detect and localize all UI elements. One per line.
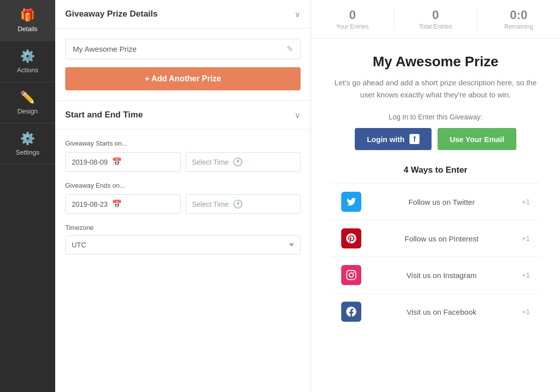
facebook-icon: f xyxy=(409,134,419,144)
entry-item-twitter[interactable]: Follow us on Twitter +1 xyxy=(331,183,540,220)
sidebar-item-settings[interactable]: ⚙️ Settings xyxy=(0,123,55,165)
add-prize-button[interactable]: + Add Another Prize xyxy=(65,67,301,90)
your-entries-value: 0 xyxy=(349,8,356,22)
ends-label: Giveaway Ends on... xyxy=(65,182,301,189)
sidebar-item-label: Settings xyxy=(16,149,40,156)
settings-icon: ⚙️ xyxy=(20,132,35,146)
preview-prize-description: Let's go ahead and add a short prize des… xyxy=(331,77,540,101)
total-entries-value: 0 xyxy=(432,8,439,22)
sidebar-item-label: Actions xyxy=(17,66,39,74)
login-buttons: Login with f Use Your Email xyxy=(331,128,540,150)
login-email-button[interactable]: Use Your Email xyxy=(438,128,516,150)
prize-name-row: My Awesome Prize ✎ xyxy=(65,39,301,59)
edit-prize-icon[interactable]: ✎ xyxy=(287,44,293,54)
prize-details-title: Giveaway Prize Details xyxy=(65,9,158,19)
twitter-icon xyxy=(341,192,361,212)
facebook-entry-points: +1 xyxy=(522,308,530,316)
start-end-chevron-icon: ∨ xyxy=(295,110,301,120)
start-date-time-row: 2019-08-09 📅 Select Time 🕐 xyxy=(65,152,301,172)
stats-bar: 0 Your Entries 0 Total Entries 0:0 Remai… xyxy=(311,0,560,39)
sidebar-item-actions[interactable]: ⚙️ Actions xyxy=(0,41,55,82)
end-clock-icon: 🕐 xyxy=(233,199,243,209)
login-facebook-label: Login with xyxy=(367,135,404,144)
stat-remaining: 0:0 Remaining xyxy=(477,8,560,30)
preview-area: My Awesome Prize Let's go ahead and add … xyxy=(311,39,560,345)
prize-section: My Awesome Prize ✎ + Add Another Prize xyxy=(55,29,311,101)
left-panel: Giveaway Prize Details ∨ My Awesome Priz… xyxy=(55,0,311,392)
sidebar-item-label: Design xyxy=(18,107,38,115)
sidebar-item-design[interactable]: ✏️ Design xyxy=(0,82,55,123)
start-time-placeholder: Select Time xyxy=(192,158,229,166)
timezone-label: Timezone xyxy=(65,224,301,231)
instagram-icon xyxy=(341,265,361,285)
time-section: Giveaway Starts on... 2019-08-09 📅 Selec… xyxy=(55,129,311,265)
start-date-input[interactable]: 2019-08-09 📅 xyxy=(65,152,181,172)
timezone-select[interactable]: UTC xyxy=(65,235,301,254)
login-prompt: Log In to Enter this Giveaway: xyxy=(331,113,540,121)
remaining-value: 0:0 xyxy=(510,8,527,22)
sidebar-item-label: Details xyxy=(18,25,38,33)
ways-to-enter-title: 4 Ways to Enter xyxy=(331,165,540,175)
main-content: Giveaway Prize Details ∨ My Awesome Priz… xyxy=(55,0,560,392)
actions-icon: ⚙️ xyxy=(20,49,35,63)
login-facebook-button[interactable]: Login with f xyxy=(355,128,432,150)
entry-list: Follow us on Twitter +1 Follow us on Pin… xyxy=(331,183,540,330)
start-date-value: 2019-08-09 xyxy=(72,158,108,166)
prize-details-chevron-icon: ∨ xyxy=(295,10,301,19)
end-time-placeholder: Select Time xyxy=(192,200,229,208)
pinterest-entry-points: +1 xyxy=(522,234,530,242)
instagram-entry-points: +1 xyxy=(522,271,530,279)
entry-item-pinterest[interactable]: Follow us on Pinterest +1 xyxy=(331,220,540,256)
start-end-section-header[interactable]: Start and End Time ∨ xyxy=(55,101,311,129)
pinterest-icon xyxy=(341,228,361,248)
sidebar: 🎁 Details ⚙️ Actions ✏️ Design ⚙️ Settin… xyxy=(0,0,55,392)
twitter-entry-points: +1 xyxy=(522,198,530,206)
entry-item-facebook[interactable]: Visit us on Facebook +1 xyxy=(331,293,540,330)
starts-label: Giveaway Starts on... xyxy=(65,140,301,147)
stat-total-entries: 0 Total Entries xyxy=(394,8,478,30)
pinterest-entry-label: Follow us on Pinterest xyxy=(368,234,515,243)
sidebar-item-details[interactable]: 🎁 Details xyxy=(0,0,55,41)
end-date-time-row: 2019-08-23 📅 Select Time 🕐 xyxy=(65,194,301,214)
start-calendar-icon: 📅 xyxy=(112,157,122,167)
start-end-title: Start and End Time xyxy=(65,110,143,120)
remaining-label: Remaining xyxy=(504,23,533,30)
your-entries-label: Your Entries xyxy=(336,23,369,30)
end-date-value: 2019-08-23 xyxy=(72,200,108,208)
stat-your-entries: 0 Your Entries xyxy=(311,8,394,30)
right-panel: 0 Your Entries 0 Total Entries 0:0 Remai… xyxy=(311,0,560,392)
prize-details-section-header[interactable]: Giveaway Prize Details ∨ xyxy=(55,0,311,29)
end-date-input[interactable]: 2019-08-23 📅 xyxy=(65,194,181,214)
end-time-input[interactable]: Select Time 🕐 xyxy=(186,194,301,214)
entry-item-instagram[interactable]: Visit us on Instagram +1 xyxy=(331,256,540,293)
design-icon: ✏️ xyxy=(20,90,35,104)
start-clock-icon: 🕐 xyxy=(233,157,243,167)
total-entries-label: Total Entries xyxy=(419,23,452,30)
facebook-entry-icon xyxy=(341,302,361,322)
gift-icon: 🎁 xyxy=(20,8,35,22)
prize-name-text: My Awesome Prize xyxy=(73,45,136,53)
facebook-entry-label: Visit us on Facebook xyxy=(368,308,515,316)
instagram-entry-label: Visit us on Instagram xyxy=(368,271,515,280)
preview-prize-title: My Awesome Prize xyxy=(331,54,540,70)
start-time-input[interactable]: Select Time 🕐 xyxy=(186,152,301,172)
twitter-entry-label: Follow us on Twitter xyxy=(368,198,515,206)
end-calendar-icon: 📅 xyxy=(112,199,122,209)
